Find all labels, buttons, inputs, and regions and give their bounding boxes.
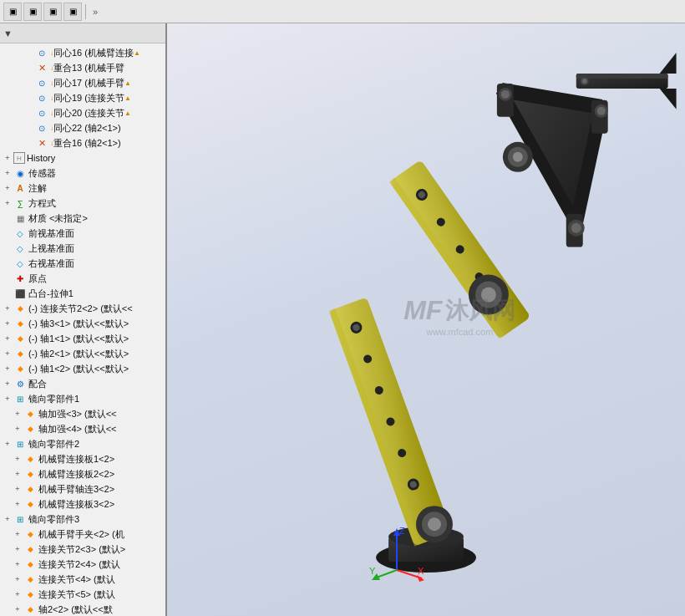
tree-item-arm-shaft3[interactable]: + ◆ 机械手臂轴连3<2>	[0, 481, 165, 496]
origin-label: 原点	[28, 272, 47, 285]
arm-clamp-label: 机械手臂手夹<2> (机	[38, 528, 124, 541]
mirror2-label: 镜向零部件2	[28, 438, 79, 451]
arrow-icon: ▲	[124, 109, 131, 117]
watermark-logo: MF 沐风网	[403, 295, 515, 327]
tree-item[interactable]: ⊙ ↓ 同心20 (连接关节 ▲	[0, 105, 165, 120]
tree-item-top-plane[interactable]: ◇ 上视基准面	[0, 241, 165, 256]
tree-item[interactable]: ⊙ ↓ 同心22 (轴2<1>)	[0, 120, 165, 135]
tree-item-material[interactable]: ▦ 材质 <未指定>	[0, 211, 165, 226]
part-icon14: ◆	[23, 557, 37, 571]
part-icon: ◆	[13, 302, 27, 315]
toolbar: ▣ ▣ ▣ ▣ »	[0, 0, 685, 23]
tree-container[interactable]: ⊙ ↓ 同心16 (机械臂连接 ▲ ✕ ↓ 重合13 (机械手臂 ⊙ ↓ 同心1…	[0, 43, 165, 616]
joint23-label: 连接关节2<3> (默认>	[38, 543, 125, 556]
arm-shaft3-label: 机械手臂轴连3<2>	[38, 483, 114, 496]
tree-item[interactable]: ⊙ ↓ 同心19 (连接关节 ▲	[0, 90, 165, 105]
svg-point-46	[582, 79, 587, 84]
part-icon11: ◆	[23, 497, 37, 511]
tree-item[interactable]: ✕ ↓ 重合13 (机械手臂	[0, 60, 165, 75]
svg-text:Z: Z	[399, 526, 405, 536]
shaft3-label: (-) 轴3<1> (默认<<默认>	[28, 318, 129, 330]
plane-icon3: ◇	[13, 257, 27, 270]
arrow-icon: ▲	[134, 49, 140, 57]
tree-item-arm-plate3[interactable]: + ◆ 机械臂连接板3<2>	[0, 496, 165, 512]
tree-item-boss[interactable]: ⬛ 凸台-拉伸1	[0, 286, 165, 301]
tree-item-mirror2[interactable]: + ⊞ 镜向零部件2	[0, 436, 165, 451]
top-plane-label: 上视基准面	[28, 242, 74, 255]
tree-item[interactable]: ✕ ↓ 重合16 (轴2<1>)	[0, 135, 165, 150]
boss-label: 凸台-拉伸1	[28, 288, 74, 300]
mirror3-label: 镜向零部件3	[28, 513, 79, 526]
viewport[interactable]: MF 沐风网 www.mfcad.com Z X	[167, 23, 685, 616]
boss-icon: ⬛	[13, 287, 27, 300]
tree-item-mirror3[interactable]: + ⊞ 镜向零部件3	[0, 512, 165, 527]
arm-plate3-label: 机械臂连接板3<2>	[38, 498, 114, 511]
arm-plate1-label: 机械臂连接板1<2>	[38, 453, 114, 466]
tree-item-sensor[interactable]: + ◉ 传感器	[0, 165, 165, 181]
svg-text:Y: Y	[369, 566, 376, 576]
concentric-icon: ⊙	[35, 46, 48, 59]
annotation-label: 注解	[28, 182, 47, 195]
mf-logo: MF	[403, 295, 442, 326]
tree-item-joint4[interactable]: + ◆ 连接关节<4> (默认	[0, 572, 165, 587]
tree-item-equation[interactable]: + ∑ 方程式	[0, 196, 165, 211]
toolbar-btn-2[interactable]: ▣	[23, 3, 42, 21]
expand-plus: +	[2, 363, 13, 374]
tree-item-reinforce3[interactable]: + ◆ 轴加强<3> (默认<<	[0, 406, 165, 421]
tree-item-origin[interactable]: ✚ 原点	[0, 271, 165, 286]
tree-item-right-plane[interactable]: ◇ 右视基准面	[0, 256, 165, 271]
tree-item-shaft12[interactable]: + ◆ (-) 轴1<2> (默认<<默认>	[0, 361, 165, 376]
tree-item-joint2[interactable]: + ◆ (-) 连接关节2<2> (默认<<	[0, 301, 165, 316]
front-plane-label: 前视基准面	[28, 227, 74, 240]
part-icon6: ◆	[23, 407, 37, 420]
expand-plus: +	[12, 573, 23, 585]
tree-item-joint24[interactable]: + ◆ 连接关节2<4> (默认	[0, 557, 165, 572]
tree-label-text: 同心19 (连接关节	[53, 92, 124, 104]
content-area: ▼ ⊙ ↓ 同心16 (机械臂连接 ▲ ✕ ↓ 重合13 (机械手臂	[0, 23, 685, 616]
toolbar-btn-3[interactable]: ▣	[43, 3, 62, 21]
toolbar-btn-4[interactable]: ▣	[63, 3, 82, 21]
expand-empty	[2, 212, 13, 224]
expand-icon	[23, 47, 35, 59]
svg-point-49	[513, 152, 523, 162]
annotation-icon: A	[13, 181, 27, 195]
tree-item-shaft1[interactable]: + ◆ (-) 轴1<1> (默认<<默认>	[0, 331, 165, 346]
tree-item-mirror1[interactable]: + ⊞ 镜向零部件1	[0, 391, 165, 406]
mates-icon: ⚙	[13, 377, 27, 390]
tree-item-joint23[interactable]: + ◆ 连接关节2<3> (默认>	[0, 542, 165, 557]
expand-plus: +	[12, 543, 23, 555]
tree-label-text: 同心17 (机械手臂	[53, 77, 124, 89]
expand-empty	[2, 257, 13, 269]
part-icon5: ◆	[13, 362, 27, 375]
tree-item-reinforce4[interactable]: + ◆ 轴加强<4> (默认<<	[0, 421, 165, 436]
expand-plus: +	[12, 498, 23, 510]
tree-item-mates[interactable]: + ⚙ 配合	[0, 376, 165, 391]
tree-item-arm-plate2[interactable]: + ◆ 机械臂连接板2<2>	[0, 466, 165, 481]
tree-item-front-plane[interactable]: ◇ 前视基准面	[0, 226, 165, 241]
tree-item-arm-clamp[interactable]: + ◆ 机械手臂手夹<2> (机	[0, 527, 165, 542]
tree-item-shaft3[interactable]: + ◆ (-) 轴3<1> (默认<<默认>	[0, 316, 165, 331]
concentric-icon: ⊙	[35, 76, 48, 89]
part-icon4: ◆	[13, 347, 27, 360]
tree-item-shaft22[interactable]: + ◆ 轴2<2> (默认<<默	[0, 602, 165, 616]
svg-point-40	[571, 223, 581, 233]
arrow-icon: ▲	[124, 79, 131, 87]
tree-item-history[interactable]: + H History	[0, 150, 165, 165]
tree-item-arm-plate1[interactable]: + ◆ 机械臂连接板1<2>	[0, 451, 165, 466]
tree-item-joint5[interactable]: + ◆ 连接关节<5> (默认	[0, 587, 165, 602]
part-icon2: ◆	[13, 317, 27, 330]
expand-icon	[23, 122, 35, 134]
part-icon12: ◆	[23, 527, 37, 541]
expand-plus: +	[12, 528, 23, 540]
filter-icon[interactable]: ▼	[3, 28, 13, 38]
tree-item[interactable]: ⊙ ↓ 同心16 (机械臂连接 ▲	[0, 45, 165, 60]
tree-item-shaft21[interactable]: + ◆ (-) 轴2<1> (默认<<默认>	[0, 346, 165, 361]
right-plane-label: 右视基准面	[28, 257, 74, 270]
expand-plus: +	[2, 303, 13, 314]
part-icon16: ◆	[23, 588, 37, 601]
tree-item-annotation[interactable]: + A 注解	[0, 181, 165, 196]
tree-item[interactable]: ⊙ ↓ 同心17 (机械手臂 ▲	[0, 75, 165, 90]
part-icon8: ◆	[23, 452, 37, 466]
toolbar-btn-1[interactable]: ▣	[3, 3, 22, 21]
expand-plus: +	[2, 438, 13, 450]
